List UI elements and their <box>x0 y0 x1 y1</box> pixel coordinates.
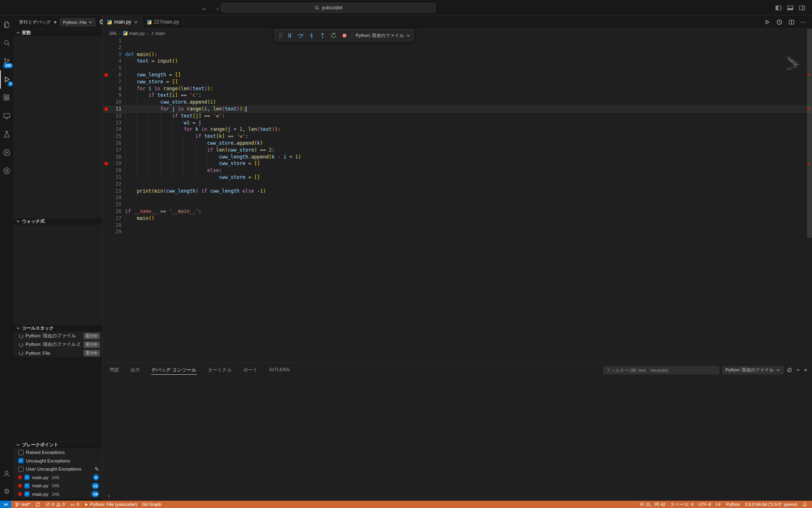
notifications-bell[interactable] <box>800 501 810 508</box>
close-tab-icon[interactable]: × <box>134 20 138 25</box>
breakpoint-margin[interactable] <box>103 160 109 167</box>
editor-scrollbar[interactable] <box>807 29 812 238</box>
call-stack-session[interactable]: Python: File実行中 <box>13 349 102 357</box>
activity-gitlens[interactable] <box>0 162 13 180</box>
breakpoint-margin[interactable] <box>103 126 109 133</box>
breadcrumb-item[interactable]: main.py <box>123 31 145 36</box>
breakpoint-row[interactable]: ✓main.py34519 <box>13 490 102 499</box>
exception-breakpoint-row[interactable]: User Uncaught Exceptions✎ <box>13 465 102 473</box>
breakpoint-margin[interactable] <box>103 85 109 92</box>
breakpoint-margin[interactable] <box>103 167 109 174</box>
section-header-call-stack[interactable]: コールスタック <box>13 324 102 332</box>
problems-status[interactable]: 00 <box>43 501 67 508</box>
section-header-variables[interactable]: 変数 <box>13 29 102 36</box>
debug-session-select[interactable]: Python: 現在のファイル <box>352 33 410 39</box>
breakpoint-margin[interactable] <box>103 58 109 65</box>
command-center-search[interactable]: yukicoder <box>221 3 436 13</box>
activity-run-circle[interactable] <box>0 143 13 162</box>
step-out-button[interactable] <box>317 30 327 40</box>
language-mode-status[interactable]: Python <box>723 501 742 508</box>
breakpoint-margin[interactable] <box>103 72 109 78</box>
checkbox[interactable]: ✓ <box>24 475 30 480</box>
start-debugging-button[interactable] <box>53 20 58 24</box>
activity-explorer[interactable] <box>0 15 13 34</box>
eol-status[interactable]: LF <box>713 501 723 508</box>
breakpoint-margin[interactable] <box>103 228 109 235</box>
exception-breakpoint-row[interactable]: Raised Exceptions <box>13 448 102 457</box>
breakpoint-margin[interactable] <box>103 215 109 222</box>
panel-tab-ターミナル[interactable]: ターミナル <box>207 366 233 375</box>
branch-status[interactable]: test* <box>12 501 33 508</box>
interpreter-status[interactable]: 3.9.0 64-bit ('3.9.0': pyenv) <box>742 501 800 508</box>
breakpoint-margin[interactable] <box>103 174 109 181</box>
encoding-status[interactable]: UTF-8 <box>696 501 713 508</box>
code-editor[interactable]: 123def main():4text = input()56cww_lengt… <box>103 37 812 362</box>
breakpoint-margin[interactable] <box>103 208 109 215</box>
call-stack-session[interactable]: Python: 現在のファイル実行中 <box>13 332 102 340</box>
split-editor-button[interactable] <box>788 19 795 26</box>
pause-button[interactable] <box>285 30 294 40</box>
debug-target-status[interactable]: Python: File (yukicoder) <box>82 501 140 508</box>
run-python-file-button[interactable] <box>764 19 771 26</box>
checkbox[interactable] <box>18 467 24 472</box>
activity-source-control[interactable]: 10K <box>0 52 13 70</box>
edit-condition-icon[interactable]: ✎ <box>95 467 99 472</box>
breakpoint-row[interactable]: ✓main.py34511 <box>13 482 102 490</box>
breakpoint-margin[interactable] <box>103 65 109 72</box>
breakpoint-margin[interactable] <box>103 106 109 113</box>
forward-button[interactable]: → <box>214 4 220 11</box>
remote-indicator[interactable]: >< <box>0 501 11 508</box>
restart-button[interactable] <box>328 30 338 40</box>
step-over-button[interactable] <box>296 30 305 40</box>
stop-button[interactable] <box>339 30 349 40</box>
breakpoint-margin[interactable] <box>103 119 109 126</box>
exception-breakpoint-row[interactable]: ✓Uncaught Exceptions <box>13 457 102 465</box>
breakpoint-row[interactable]: ✓main.py3456 <box>13 473 102 482</box>
editor-tab-main.py[interactable]: main.py× <box>103 15 143 29</box>
console-filter-input[interactable] <box>603 366 719 374</box>
more-editor-actions-button[interactable]: ⋯ <box>800 20 806 25</box>
breadcrumb-item[interactable]: 345 <box>109 31 117 36</box>
activity-accounts[interactable] <box>0 464 13 482</box>
ports-status[interactable]: 0 <box>67 501 82 508</box>
checkbox[interactable]: ✓ <box>24 483 30 488</box>
launch-configuration-select[interactable]: Python: File <box>60 18 95 26</box>
breakpoint-margin[interactable] <box>103 154 109 161</box>
breakpoint-margin[interactable] <box>103 99 109 106</box>
breakpoint-margin[interactable] <box>103 44 109 51</box>
activity-extensions[interactable] <box>0 89 13 107</box>
breakpoint-margin[interactable] <box>103 181 109 188</box>
toggle-primary-sidebar-button[interactable] <box>775 4 782 11</box>
indentation-status[interactable]: スペース: 4 <box>668 501 696 508</box>
panel-tab-GITLENS[interactable]: GITLENS <box>269 366 290 375</box>
cursor-position-status[interactable]: 行 11、列 42 <box>637 501 668 508</box>
section-header-watch[interactable]: ウォッチ式 <box>13 217 102 225</box>
panel-tab-デバッグ コンソール[interactable]: デバッグ コンソール <box>151 366 197 375</box>
breakpoint-margin[interactable] <box>103 92 109 99</box>
step-into-button[interactable] <box>307 30 316 40</box>
back-button[interactable]: ← <box>201 4 207 11</box>
maximize-panel-button[interactable] <box>796 367 800 373</box>
timeline-history-button[interactable] <box>776 19 783 26</box>
panel-tab-出力[interactable]: 出力 <box>130 366 140 375</box>
clear-console-button[interactable] <box>787 367 792 373</box>
console-session-select[interactable]: Python: 現在のファイル <box>722 366 784 374</box>
activity-search[interactable] <box>0 34 13 52</box>
editor-tab-227main.py[interactable]: 227main.py <box>143 15 184 28</box>
activity-testing[interactable] <box>0 125 13 143</box>
call-stack-session[interactable]: Python: 現在のファイル 2実行中 <box>13 340 102 349</box>
panel-tab-ポート[interactable]: ポート <box>243 366 258 375</box>
git-graph-status[interactable]: Git Graph <box>140 501 164 508</box>
breakpoint-margin[interactable] <box>103 51 109 58</box>
toggle-secondary-sidebar-button[interactable] <box>799 4 806 11</box>
breadcrumb-item[interactable]: ƒmain <box>151 31 165 36</box>
section-header-breakpoints[interactable]: ブレークポイント <box>13 441 102 448</box>
sync-status[interactable] <box>33 501 43 508</box>
toggle-panel-button[interactable] <box>787 4 794 11</box>
repl-input[interactable]: › <box>103 490 812 501</box>
breakpoint-margin[interactable] <box>103 37 109 44</box>
activity-remote-explorer[interactable] <box>0 107 13 125</box>
checkbox[interactable]: ✓ <box>18 458 24 463</box>
checkbox[interactable] <box>18 450 24 455</box>
breakpoint-margin[interactable] <box>103 147 109 154</box>
